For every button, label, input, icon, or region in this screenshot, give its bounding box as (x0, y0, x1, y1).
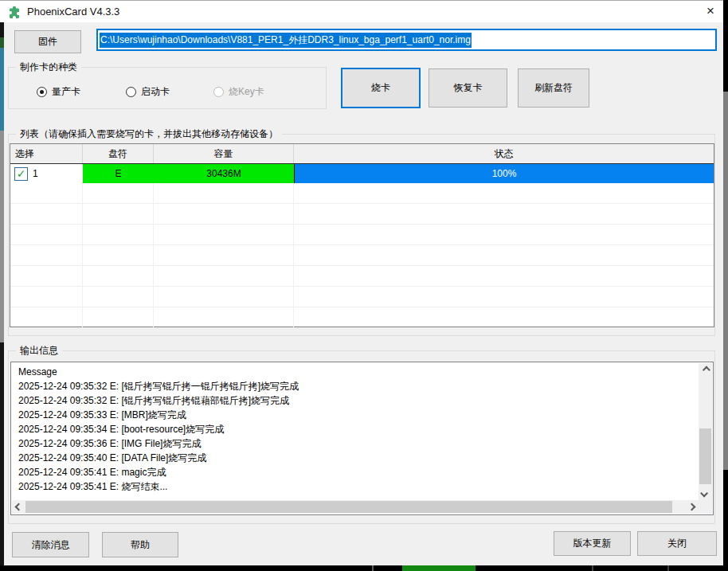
desktop-strip-bottom-divider3 (667, 565, 669, 571)
desktop-strip-bottom-divider2 (592, 565, 593, 571)
message-log-panel[interactable]: Message 2025-12-24 09:35:32 E: [锟斤拷写锟斤拷一… (10, 362, 714, 515)
burn-card-button[interactable]: 烧卡 (341, 68, 421, 108)
restore-card-button[interactable]: 恢复卡 (429, 68, 507, 108)
log-line: 2025-12-24 09:35:34 E: [boot-resource]烧写… (18, 422, 697, 436)
column-header-drive[interactable]: 盘符 (83, 144, 154, 163)
image-path-selected-text: C:\Users\wujinhao\Downloads\V881_PER1_外挂… (100, 33, 472, 48)
close-button[interactable]: 关闭 (637, 531, 717, 556)
row-drive-cell: E (83, 164, 154, 183)
window-title: PhoenixCard V4.3.3 (27, 1, 119, 23)
row-index: 1 (33, 168, 38, 179)
card-type-group-label: 制作卡的种类 (16, 61, 81, 72)
column-header-capacity[interactable]: 容量 (154, 144, 294, 163)
log-line: 2025-12-24 09:35:41 E: magic完成 (18, 465, 697, 479)
app-logo-icon (8, 6, 21, 18)
radio-boot-label: 启动卡 (141, 85, 170, 99)
window-close-button[interactable]: × (698, 1, 723, 23)
phoenixcard-window: PhoenixCard V4.3.3 × 固件 C:\Users\wujinha… (0, 0, 728, 571)
log-line: 2025-12-24 09:35:32 E: [锟斤拷写锟斤拷一锟斤拷锟斤拷]烧… (18, 379, 697, 393)
table-row[interactable]: ✓ 1 E 30436M 100% (10, 164, 714, 183)
empty-table-row (10, 204, 714, 225)
desktop-strip-bottom-green (402, 565, 476, 571)
message-log-content: Message 2025-12-24 09:35:32 E: [锟斤拷写锟斤拷一… (18, 365, 697, 494)
radio-disabled-icon (213, 87, 224, 97)
log-line: 2025-12-24 09:35:40 E: [DATA File]烧写完成 (18, 451, 697, 465)
row-select-cell: ✓ 1 (10, 164, 83, 183)
radio-boot-card[interactable]: 启动卡 (126, 85, 170, 99)
device-table: 选择 盘符 容量 状态 ✓ 1 E 30436M 100% (10, 143, 714, 327)
vertical-scrollbar-thumb[interactable] (699, 428, 711, 484)
vertical-scrollbar[interactable] (699, 363, 712, 500)
refresh-drive-button[interactable]: 刷新盘符 (518, 68, 589, 108)
log-header: Message (18, 365, 697, 379)
empty-table-row (10, 307, 714, 328)
desktop-strip-bottom-divider (372, 565, 374, 571)
scroll-up-icon[interactable] (699, 363, 712, 377)
scroll-down-icon[interactable] (699, 487, 712, 500)
column-header-select[interactable]: 选择 (10, 144, 83, 163)
radio-burnkey-card: 烧Key卡 (213, 85, 264, 99)
radio-unselected-icon[interactable] (126, 87, 136, 97)
radio-production-label: 量产卡 (52, 85, 80, 99)
empty-table-row (10, 183, 714, 204)
output-group-label: 输出信息 (16, 345, 62, 356)
scroll-right-icon[interactable] (685, 500, 699, 514)
row-status-progressbar: 100% (294, 164, 714, 183)
log-line: 2025-12-24 09:35:41 E: 烧写结束... (18, 479, 697, 494)
device-table-header: 选择 盘符 容量 状态 (10, 144, 714, 164)
log-line: 2025-12-24 09:35:32 E: [锟斤拷写锟斤拷锟藉部锟斤拷]烧写… (18, 393, 697, 408)
help-button[interactable]: 帮助 (102, 532, 178, 557)
image-path-input[interactable]: C:\Users\wujinhao\Downloads\V881_PER1_外挂… (96, 29, 717, 51)
horizontal-scrollbar[interactable] (12, 500, 699, 514)
radio-burnkey-label: 烧Key卡 (229, 85, 264, 99)
empty-table-row (10, 287, 714, 307)
log-line: 2025-12-24 09:35:36 E: [IMG File]烧写完成 (18, 436, 697, 451)
empty-table-row (10, 225, 714, 245)
column-header-status[interactable]: 状态 (294, 144, 714, 163)
log-line: 2025-12-24 09:35:33 E: [MBR]烧写完成 (18, 408, 697, 422)
device-list-group-label: 列表（请确保插入需要烧写的卡，并拔出其他移动存储设备） (16, 128, 282, 139)
empty-table-row (10, 266, 714, 287)
scrollbar-corner (699, 500, 712, 514)
scroll-left-icon[interactable] (12, 500, 25, 514)
version-update-button[interactable]: 版本更新 (554, 531, 631, 556)
clear-messages-button[interactable]: 清除消息 (12, 532, 89, 557)
empty-table-row (10, 245, 714, 266)
title-bar: PhoenixCard V4.3.3 × (0, 0, 723, 22)
row-capacity-cell: 30436M (154, 164, 294, 183)
row-checkbox[interactable]: ✓ (14, 167, 28, 181)
firmware-button[interactable]: 固件 (14, 30, 81, 53)
radio-selected-icon[interactable] (37, 87, 47, 97)
desktop-strip-right-gray (723, 92, 728, 470)
horizontal-scrollbar-thumb[interactable] (25, 501, 672, 513)
radio-production-card[interactable]: 量产卡 (37, 85, 80, 99)
